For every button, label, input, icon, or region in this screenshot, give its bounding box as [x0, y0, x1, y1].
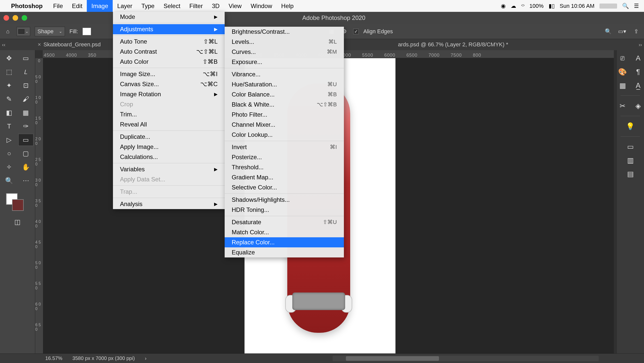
wifi-icon[interactable]: ⌔ [521, 3, 525, 9]
learn-icon[interactable]: 💡 [625, 121, 636, 132]
tool-eraser[interactable]: ◧ [2, 107, 17, 119]
mac-menu-select[interactable]: Select [159, 0, 185, 12]
glyphs-icon[interactable]: A̲ [633, 80, 644, 91]
app-name[interactable]: Photoshop [11, 3, 43, 10]
mac-menu-help[interactable]: Help [277, 0, 298, 12]
tool-artboard[interactable]: ▭ [18, 52, 34, 64]
tool-hand[interactable]: ✋ [18, 161, 34, 173]
workspace-icon[interactable]: ▭▾ [618, 27, 626, 36]
paragraph-icon[interactable]: ¶ [633, 66, 644, 77]
submenu-item-match-color[interactable]: Match Color... [225, 227, 344, 237]
horizontal-scrollbar[interactable] [333, 356, 599, 361]
clock[interactable]: Sun 10:06 AM [560, 3, 594, 9]
tab-scroll-left[interactable]: ‹‹ [2, 42, 5, 48]
tool-rectangle[interactable]: ▭ [18, 134, 34, 146]
submenu-item-desaturate[interactable]: Desaturate⇧⌘U [225, 217, 344, 227]
swatches-icon[interactable]: ▦ [617, 80, 628, 91]
menu-item-canvas-size[interactable]: Canvas Size...⌥⌘C [113, 79, 225, 89]
tool-pen[interactable]: ✑ [18, 120, 34, 132]
ruler-vertical[interactable]: 05 0 01 0 01 5 02 0 02 5 03 0 03 5 04 0 … [35, 58, 43, 353]
search-icon[interactable]: 🔍 [604, 27, 612, 36]
background-color[interactable] [12, 199, 24, 211]
mac-menu-image[interactable]: Image [87, 0, 113, 12]
tool-custom-shape[interactable]: ✧ [2, 161, 17, 173]
tool-zoom[interactable]: 🔍 [2, 175, 17, 187]
tool-ellipse[interactable]: ○ [2, 147, 17, 159]
maximize-window-button[interactable] [22, 15, 27, 21]
cloud-icon[interactable]: ☁ [511, 3, 516, 9]
mac-menu-window[interactable]: Window [246, 0, 276, 12]
submenu-item-hue-saturation[interactable]: Hue/Saturation...⌘U [225, 79, 344, 89]
tool-crop[interactable]: ⊡ [18, 79, 34, 91]
close-window-button[interactable] [4, 15, 9, 21]
tool-preset-picker[interactable]: ⌄ [17, 27, 30, 36]
submenu-item-color-lookup[interactable]: Color Lookup... [225, 130, 344, 140]
menu-item-auto-color[interactable]: Auto Color⇧⌘B [113, 57, 225, 67]
tool-rounded-rect[interactable]: ▢ [18, 147, 34, 159]
submenu-item-color-balance[interactable]: Color Balance...⌘B [225, 89, 344, 100]
home-button[interactable]: ⌂ [4, 27, 12, 36]
document-tab-2[interactable]: ards.psd @ 66.7% (Layer 2, RGB/8/CMYK) * [398, 41, 508, 48]
menu-item-reveal-all[interactable]: Reveal All [113, 119, 225, 129]
align-edges-checkbox[interactable]: ✓ [353, 29, 359, 34]
submenu-item-shadows-highlights[interactable]: Shadows/Highlights... [225, 195, 344, 205]
history-icon[interactable]: ▤ [625, 168, 636, 179]
menu-item-auto-contrast[interactable]: Auto Contrast⌥⇧⌘L [113, 47, 225, 57]
menu-item-adjustments[interactable]: Adjustments▶ [113, 24, 225, 34]
menu-item-calculations[interactable]: Calculations... [113, 152, 225, 162]
libraries-icon[interactable]: ▭ [625, 141, 636, 152]
menu-item-duplicate[interactable]: Duplicate... [113, 132, 225, 142]
zoom-level[interactable]: 16.57% [45, 355, 62, 361]
submenu-item-gradient-map[interactable]: Gradient Map... [225, 172, 344, 182]
submenu-item-replace-color[interactable]: Replace Color... [225, 237, 344, 247]
tool-path-select[interactable]: ▷ [2, 134, 17, 146]
tool-lasso[interactable]: 𝘓 [18, 66, 34, 78]
quick-mask-icon[interactable]: ◫ [2, 216, 33, 228]
tool-brush[interactable]: 🖌 [18, 93, 34, 105]
doc-info-arrow[interactable]: › [145, 355, 147, 361]
tool-gradient[interactable]: ▦ [18, 107, 34, 119]
tool-edit-toolbar[interactable]: ⋯ [18, 175, 34, 187]
submenu-item-vibrance[interactable]: Vibrance... [225, 69, 344, 79]
menu-item-auto-tone[interactable]: Auto Tone⇧⌘L [113, 37, 225, 47]
tool-marquee[interactable]: ⬚ [2, 66, 17, 78]
tool-move[interactable]: ✥ [2, 52, 17, 64]
submenu-item-exposure[interactable]: Exposure... [225, 57, 344, 67]
tab-scroll-right[interactable]: ›› [639, 42, 642, 48]
submenu-item-hdr-toning[interactable]: HDR Toning... [225, 205, 344, 215]
submenu-item-invert[interactable]: Invert⌘I [225, 142, 344, 152]
color-icon[interactable]: 🎨 [617, 66, 628, 77]
mac-menu-layer[interactable]: Layer [113, 0, 137, 12]
submenu-item-brightness-contrast[interactable]: Brightness/Contrast... [225, 27, 344, 37]
pattern-icon[interactable]: ▥ [625, 155, 636, 166]
submenu-item-channel-mixer[interactable]: Channel Mixer... [225, 120, 344, 130]
submenu-item-levels[interactable]: Levels...⌘L [225, 37, 344, 47]
character-icon[interactable]: A [633, 53, 644, 64]
submenu-item-photo-filter[interactable]: Photo Filter... [225, 110, 344, 120]
fill-color-swatch[interactable] [83, 28, 91, 35]
menu-item-variables[interactable]: Variables▶ [113, 164, 225, 174]
color-swatches[interactable] [6, 193, 24, 211]
record-icon[interactable]: ◉ [501, 3, 506, 9]
layers-icon[interactable]: ◈ [633, 100, 644, 111]
menu-item-mode[interactable]: Mode▶ [113, 12, 225, 22]
doc-info[interactable]: 3580 px x 7000 px (300 ppi) [72, 355, 135, 361]
menu-item-image-rotation[interactable]: Image Rotation▶ [113, 89, 225, 99]
document-tab-1[interactable]: × Skateboard_Green.psd [38, 41, 101, 48]
minimize-window-button[interactable] [13, 15, 18, 21]
mac-menu-view[interactable]: View [224, 0, 246, 12]
submenu-item-posterize[interactable]: Posterize... [225, 152, 344, 162]
submenu-item-black-white[interactable]: Black & White...⌥⇧⌘B [225, 100, 344, 110]
mac-menu-3d[interactable]: 3D [207, 0, 224, 12]
adjustments-icon[interactable]: ✂ [617, 100, 628, 111]
submenu-item-selective-color[interactable]: Selective Color... [225, 182, 344, 192]
mac-menu-type[interactable]: Type [137, 0, 159, 12]
tool-type[interactable]: T [2, 120, 17, 132]
mac-menu-file[interactable]: File [49, 0, 67, 12]
menu-item-analysis[interactable]: Analysis▶ [113, 199, 225, 209]
tool-quick-select[interactable]: ✦ [2, 79, 17, 91]
tool-eyedropper[interactable]: ✎ [2, 93, 17, 105]
shape-mode-select[interactable]: Shape ⌄ [35, 27, 65, 36]
control-center-icon[interactable]: ☰ [634, 3, 639, 9]
share-icon[interactable]: ⇪ [632, 27, 640, 36]
